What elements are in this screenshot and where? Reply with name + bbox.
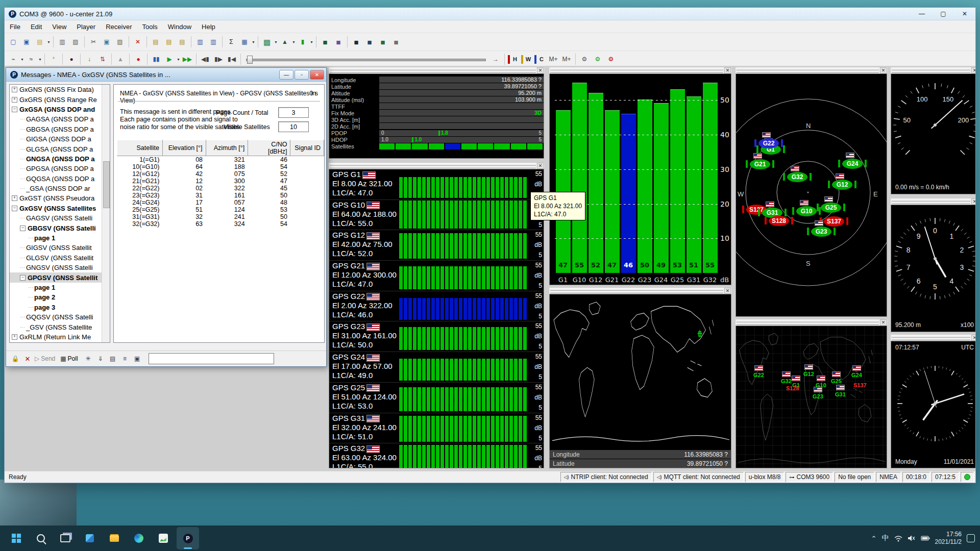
tree-item-gxgsa[interactable]: −GxGSA (GNSS DOP and — [10, 105, 110, 114]
console-c-icon[interactable]: ■ — [377, 36, 389, 48]
column-header[interactable]: Satellite — [117, 140, 163, 156]
tree-expand-icon[interactable]: + — [12, 97, 17, 103]
histogram-view-icon[interactable]: ▮ — [297, 36, 309, 48]
play-icon-dropdown[interactable]: ▼ — [176, 54, 181, 65]
taskbar-edge-icon[interactable] — [128, 527, 150, 549]
maximize-button[interactable]: ▢ — [933, 8, 954, 20]
tree-item-gigsv[interactable]: ···GIGSV (GNSS Satellit — [10, 243, 110, 253]
speed-gauge-panel-gripper[interactable]: ✕ — [891, 67, 975, 73]
chart-view-icon-dropdown[interactable]: ▼ — [291, 36, 296, 47]
taskbar-u-center-icon[interactable]: P — [177, 527, 199, 549]
minimap-panel-close-icon[interactable]: ✕ — [880, 319, 887, 325]
bug-icon[interactable]: ● — [65, 53, 78, 65]
sky-satellite-s128[interactable]: S128 — [769, 216, 789, 226]
status-segment-indicator[interactable] — [961, 472, 974, 482]
connect-icon-dropdown[interactable]: ▼ — [20, 54, 24, 65]
map-view-icon-dropdown[interactable]: ▼ — [274, 36, 278, 47]
notification-icon[interactable] — [967, 534, 975, 542]
gps-panel-gripper[interactable]: ✕ — [329, 163, 544, 169]
tree-expand-icon[interactable]: − — [20, 226, 26, 231]
message-view-icon[interactable]: ▤ — [150, 36, 162, 48]
tree-item-page[interactable]: ···page 1 — [10, 233, 110, 243]
clear-icon[interactable]: ✕ — [22, 354, 33, 364]
histogram-view-icon-dropdown[interactable]: ▼ — [309, 36, 314, 47]
minimap-panel-gripper[interactable]: ✕ — [736, 319, 887, 325]
table-row[interactable]: 1(=G1)0832146 — [117, 156, 324, 164]
wand-icon[interactable]: ✳ — [83, 354, 93, 364]
screenshot-icon[interactable]: ▣ — [132, 354, 142, 364]
taskbar-task-view-icon[interactable] — [54, 527, 77, 549]
tree-item-gxgrs[interactable]: +GxGRS (GNSS Range Re — [10, 94, 110, 104]
gps-entry-gps-g32[interactable]: GPS G32 El 63.00 Az 324.00L1C/A: 55.055d… — [329, 443, 544, 468]
tree-expand-icon[interactable]: − — [12, 206, 17, 211]
split-vertical-icon[interactable]: ▥ — [207, 36, 219, 48]
chart-bar-G22[interactable]: 46 — [621, 114, 636, 273]
skip-start-icon[interactable]: ▮◀ — [226, 53, 238, 65]
tree-item-gagsv[interactable]: ···GAGSV (GNSS Satelli — [10, 213, 110, 223]
status-segment-mqtt[interactable]: ◁)MQTT client: Not connected — [653, 472, 744, 482]
column-header[interactable]: Signal ID — [290, 140, 324, 156]
thermometer-cold-icon[interactable]: C — [534, 53, 546, 65]
gps-entry-gps-g21[interactable]: GPS G21 El 12.00 Az 300.00L1C/A: 47.055d… — [329, 261, 544, 291]
messages-close-button[interactable]: ✕ — [310, 70, 324, 80]
wifi-icon[interactable] — [894, 535, 902, 542]
baudrate-icon-dropdown[interactable]: ▼ — [38, 54, 42, 65]
sky-satellite-s137[interactable]: S137 — [824, 216, 844, 227]
tree-item-page[interactable]: ···page 3 — [10, 303, 110, 312]
sky-panel-gripper[interactable]: ✕ — [736, 67, 887, 73]
console-a-icon[interactable]: ■ — [350, 36, 362, 48]
sky-satellite-g12[interactable]: G12 — [832, 180, 852, 190]
console-d-icon[interactable]: ■ — [390, 36, 402, 48]
menu-item-view[interactable]: View — [47, 20, 71, 33]
column-header[interactable]: C/NO [dBHz] — [248, 140, 290, 156]
tree-item-gngsa[interactable]: ···GNGSA (GNSS DOP a — [10, 154, 110, 164]
camera-view-icon[interactable]: ■ — [332, 36, 345, 48]
gps-entry-gps-g1[interactable]: GPS G1 El 8.00 Az 321.00L1C/A: 47.055dB5 — [329, 169, 544, 200]
sky-satellite-g32[interactable]: G32 — [787, 172, 807, 182]
clock-panel-close-icon[interactable]: ✕ — [971, 335, 975, 341]
split-horizontal-icon[interactable]: ▥ — [194, 36, 206, 48]
gear-icon[interactable]: ⚙ — [578, 53, 591, 65]
tree-expand-icon[interactable]: + — [12, 195, 17, 201]
sky-panel-close-icon[interactable]: ✕ — [880, 67, 887, 73]
tree-item-gxgns[interactable]: +GxGNS (GNSS Fix Data) — [10, 85, 110, 94]
table-row[interactable]: 25(=G25)5112453 — [117, 206, 324, 213]
sky-satellite-g21[interactable]: G21 — [750, 159, 770, 169]
table-row[interactable]: 24(=G24)1705748 — [117, 199, 324, 206]
tree-item-gqgsa[interactable]: ···GQGSA (GNSS DOP a — [10, 174, 110, 184]
sky-satellite-g10[interactable]: G10 — [796, 206, 817, 216]
tree-item-gngsv[interactable]: ···GNGSV (GNSS Satelli — [10, 263, 110, 272]
console-b-icon[interactable]: ■ — [363, 36, 376, 48]
map-panel-gripper[interactable]: ✕ — [549, 288, 731, 294]
new-file-icon[interactable]: ▢ — [7, 36, 19, 48]
gps-entry-gps-g10[interactable]: GPS G10 El 64.00 Az 188.00L1C/A: 55.055d… — [329, 200, 544, 231]
table-row[interactable]: 22(=G22)0232245 — [117, 185, 324, 192]
chart-bar-G32[interactable]: 55 — [703, 83, 718, 273]
tree-item-gqgsv[interactable]: ···GQGSV (GNSS Satelli — [10, 312, 110, 322]
step-forward-icon[interactable]: ▮▶ — [212, 53, 225, 65]
table-row[interactable]: 31(=G31)3224150 — [117, 213, 324, 220]
delete-icon[interactable]: ✕ — [132, 36, 144, 48]
menu-item-edit[interactable]: Edit — [26, 20, 47, 33]
clock-panel-gripper[interactable]: ✕ — [891, 335, 975, 341]
gps-entry-gps-g25[interactable]: GPS G25 El 51.00 Az 124.00L1C/A: 53.055d… — [329, 383, 544, 413]
taskbar-start-icon[interactable] — [5, 527, 28, 549]
export-icon[interactable]: ⇓ — [95, 354, 106, 364]
poll-button[interactable]: ▦Poll — [60, 355, 78, 362]
gps-entry-gps-g24[interactable]: GPS G24 El 17.00 Az 57.00L1C/A: 49.055dB… — [329, 352, 544, 383]
messages-title-bar[interactable]: PMessages - NMEA - GxGSV (GNSS Satellite… — [6, 68, 326, 82]
title-bar[interactable]: P COM3 @ 9600 - u-center 21.09 — ▢ ✕ — [5, 8, 975, 20]
tree-item-gpgsv[interactable]: −GPGSV (GNSS Satellit — [10, 272, 110, 282]
tree-item-_gsa[interactable]: ···_GSA (GNSS DOP ar — [10, 184, 110, 193]
taskbar-clock[interactable]: 17:56 2021/11/2 — [935, 531, 962, 546]
tree-expand-icon[interactable]: + — [12, 87, 17, 92]
gps-entry-gps-g31[interactable]: GPS G31 El 32.00 Az 241.00L1C/A: 51.055d… — [329, 413, 544, 444]
table-view-icon-dropdown[interactable]: ▼ — [251, 36, 256, 47]
print-icon[interactable]: ▥ — [56, 36, 68, 48]
menu-item-player[interactable]: Player — [71, 20, 101, 33]
menu-item-help[interactable]: Help — [197, 20, 220, 33]
table-row[interactable]: 21(=G21)1230047 — [117, 178, 324, 185]
status-segment-nmea[interactable]: NMEA — [876, 472, 901, 482]
menu-item-file[interactable]: File — [5, 20, 26, 33]
minimize-button[interactable]: — — [911, 8, 933, 20]
